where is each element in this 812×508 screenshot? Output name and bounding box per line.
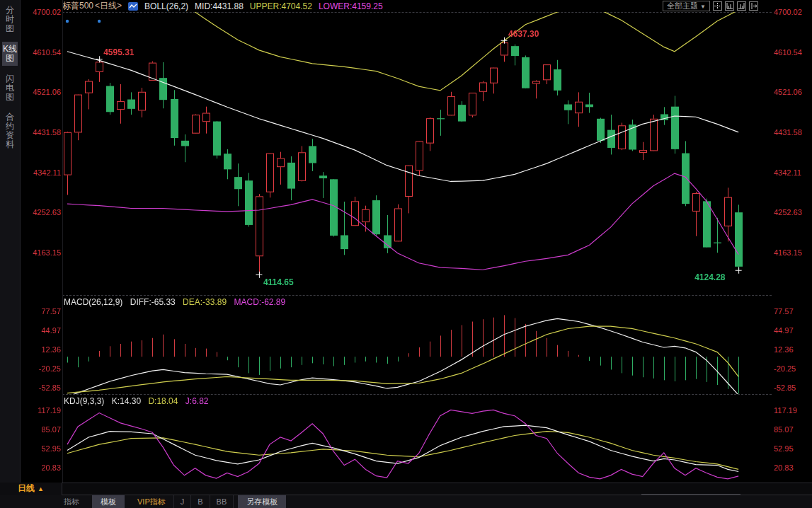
- y-axis-label: 117.19: [774, 406, 812, 415]
- y-axis-label: 4342.11: [774, 168, 812, 177]
- sidebar-item-label: 闪电图: [6, 74, 14, 102]
- toolbar-item-save-template[interactable]: 另存模板: [238, 495, 286, 508]
- y-axis-label: 4163.15: [774, 248, 812, 257]
- y-axis-label: 117.19: [21, 406, 61, 415]
- y-axis-label: -52.85: [774, 383, 812, 392]
- y-axis-label: -20.25: [774, 364, 812, 373]
- price-annotation: 4124.28: [694, 272, 725, 282]
- y-axis-label: 52.95: [21, 444, 61, 453]
- macd-chart-canvas[interactable]: [62, 295, 772, 394]
- y-axis-label: 4700.02: [21, 8, 61, 16]
- y-axis-label: 4431.58: [21, 128, 61, 137]
- y-axis-label: 77.57: [21, 307, 61, 316]
- y-axis-label: -20.25: [21, 364, 61, 373]
- y-axis-label: 4431.58: [774, 128, 812, 137]
- macd-params: MACD(26,12,9): [64, 297, 122, 307]
- macd-diff-value: DIFF:-65.33: [130, 297, 176, 307]
- sidebar-item-lightning-chart[interactable]: 闪电图: [5, 72, 15, 104]
- boll-params: BOLL(26,2): [144, 1, 188, 11]
- toolbar-item-templates[interactable]: 模板: [92, 495, 125, 508]
- sidebar-item-label: 分时图: [6, 5, 14, 33]
- price-annotation: 4637.30: [508, 29, 539, 39]
- price-annotation: 4595.31: [103, 47, 134, 57]
- y-axis-label: 12.36: [774, 345, 812, 354]
- toolbar-item-indicators[interactable]: 指标: [55, 495, 88, 508]
- boll-upper-value: UPPER:4704.52: [250, 1, 312, 11]
- toolbar-item-b[interactable]: B: [190, 495, 210, 508]
- toolbar-item-vip-indicators[interactable]: VIP指标: [129, 495, 174, 508]
- y-axis-label: -52.85: [21, 383, 61, 392]
- sidebar-item-label: K线图: [3, 44, 17, 63]
- y-axis-label: 85.07: [774, 425, 812, 434]
- y-axis-label: 20.83: [21, 463, 61, 472]
- y-axis-label: 85.07: [21, 425, 61, 434]
- bottom-toolbar: 指标 模板 VIP指标 J B BB 另存模板: [0, 495, 812, 508]
- y-axis-label: 52.95: [774, 444, 812, 453]
- sidebar-item-contract-info[interactable]: 合约资料: [5, 110, 15, 151]
- kdj-d-value: D:18.04: [148, 396, 178, 406]
- period-label: 日线: [18, 483, 35, 493]
- axis-scale-left-icon[interactable]: [725, 1, 734, 11]
- y-axis-label: 4252.63: [21, 208, 61, 217]
- toolbar-item-j[interactable]: J: [173, 495, 192, 508]
- y-axis-label: 77.57: [774, 307, 812, 316]
- kdj-pane-header: KDJ(9,3,3) K:14.30 D:18.04 J:6.82: [64, 396, 214, 406]
- price-annotation: 4114.65: [263, 277, 294, 287]
- kdj-j-value: J:6.82: [185, 396, 209, 406]
- y-axis-label: 4521.06: [21, 88, 61, 96]
- period-tag: <日线>: [95, 0, 122, 12]
- move-icon[interactable]: [713, 1, 722, 11]
- y-axis-label: 4342.11: [21, 168, 61, 177]
- candlestick-chart-canvas[interactable]: [62, 12, 772, 295]
- sidebar-item-label: 合约资料: [6, 112, 14, 149]
- pane-shift-icon[interactable]: [749, 1, 758, 11]
- header-controls: 全部主题 ▼: [663, 1, 758, 11]
- symbol-name: 标普500: [62, 0, 93, 12]
- kdj-k-value: K:14.30: [112, 396, 141, 406]
- line-chart-icon: [128, 2, 138, 11]
- y-axis-label: 4163.15: [21, 248, 61, 257]
- theme-dropdown-label: 全部主题: [667, 1, 698, 10]
- trading-app-window: 分时图 K线图 闪电图 合约资料 标普500<日线> BOLL(26,2) MI…: [0, 0, 812, 508]
- chevron-up-icon: ▲: [38, 485, 44, 492]
- chevron-down-icon: ▼: [700, 4, 706, 10]
- chart-type-sidebar: 分时图 K线图 闪电图 合约资料: [0, 0, 21, 483]
- kdj-params: KDJ(9,3,3): [64, 396, 104, 406]
- boll-lower-value: LOWER:4159.25: [319, 1, 383, 11]
- chart-header: 标普500<日线> BOLL(26,2) MID:4431.88 UPPER:4…: [62, 0, 383, 12]
- y-axis-label: 44.97: [774, 326, 812, 335]
- period-selector-button[interactable]: 日线▲: [0, 483, 62, 495]
- y-axis-label: 44.97: [21, 326, 61, 335]
- macd-dea-value: DEA:-33.89: [183, 297, 227, 307]
- y-axis-label: 4252.63: [774, 208, 812, 217]
- y-axis-label: 4610.54: [774, 48, 812, 57]
- y-axis-label: 4521.06: [774, 88, 812, 96]
- y-axis-label: 4700.02: [774, 8, 812, 16]
- macd-pane-header: MACD(26,12,9) DIFF:-65.33 DEA:-33.89 MAC…: [64, 297, 290, 307]
- toolbar-item-bb[interactable]: BB: [210, 495, 234, 508]
- y-axis-label: 12.36: [21, 345, 61, 354]
- scroll-indicator[interactable]: [641, 494, 740, 495]
- kdj-chart-canvas[interactable]: [62, 394, 772, 483]
- sidebar-item-kline-chart[interactable]: K线图: [2, 42, 18, 66]
- sidebar-item-timeshare-chart[interactable]: 分时图: [5, 4, 15, 35]
- axis-scale-right-icon[interactable]: [737, 1, 746, 11]
- y-axis-label: 4610.54: [21, 48, 61, 57]
- boll-mid-value: MID:4431.88: [195, 1, 244, 11]
- y-axis-label: 20.83: [774, 463, 812, 472]
- macd-hist-value: MACD:-62.89: [234, 297, 285, 307]
- theme-dropdown[interactable]: 全部主题 ▼: [663, 1, 710, 11]
